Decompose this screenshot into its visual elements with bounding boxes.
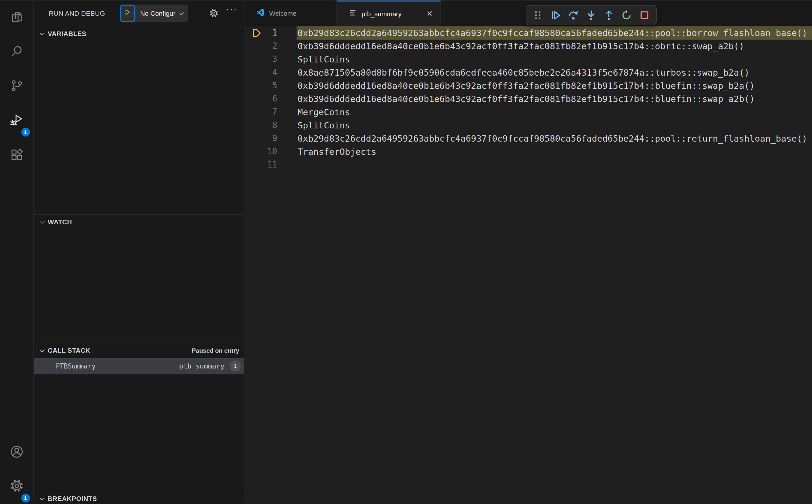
activity-item-explorer[interactable]: [0, 1, 33, 35]
call-stack-frames: PTBSummaryptb_summary1: [34, 358, 244, 374]
step-out-icon[interactable]: [601, 8, 617, 23]
activity-item-run-and-debug[interactable]: 1: [0, 104, 33, 139]
section-breakpoints[interactable]: BREAKPOINTS: [34, 491, 244, 504]
line-number: 11: [264, 158, 277, 172]
tab-label: Welcome: [269, 9, 296, 17]
step-over-icon[interactable]: [566, 8, 581, 23]
chevron-down-icon: [40, 347, 45, 352]
gutter[interactable]: [245, 132, 264, 145]
line-number: 3: [264, 53, 277, 66]
list-file-icon: [349, 9, 357, 19]
activity-item-settings[interactable]: 1: [0, 469, 33, 504]
line-number: 1: [264, 26, 277, 40]
line-text[interactable]: MergeCoins: [297, 106, 350, 119]
line-text[interactable]: 0xb29d83c26cdd2a64959263abbcfc4a6937f0c9…: [297, 132, 807, 145]
code-line[interactable]: 60xb39d6dddedd16ed8a40ce0b1e6b43c92acf0f…: [245, 92, 812, 106]
code-line[interactable]: 3SplitCoins: [245, 53, 812, 66]
code-line[interactable]: 50xb39d6dddedd16ed8a40ce0b1e6b43c92acf0f…: [245, 79, 812, 92]
line-number: 8: [264, 119, 277, 132]
debug-badge: 1: [21, 128, 30, 137]
restart-icon[interactable]: [619, 8, 634, 23]
tab-ptb-summary[interactable]: ptb_summary ✕: [337, 1, 441, 26]
code-line[interactable]: 20xb39d6dddedd16ed8a40ce0b1e6b43c92acf0f…: [245, 40, 812, 53]
activity-item-accounts[interactable]: [0, 436, 33, 469]
line-number: 10: [264, 145, 277, 158]
gutter[interactable]: [245, 40, 264, 53]
code-line[interactable]: 11: [245, 158, 812, 172]
chevron-down-icon: [40, 30, 45, 35]
chevron-down-icon: [40, 219, 45, 224]
settings-badge: 1: [21, 494, 30, 502]
gutter[interactable]: [245, 53, 264, 66]
tab-label: ptb_summary: [361, 10, 402, 18]
toolbar-drag-handle[interactable]: [530, 8, 546, 23]
sidebar-run-and-debug: RUN AND DEBUG No Configur: [34, 1, 244, 504]
gutter[interactable]: [245, 66, 264, 79]
debug-config-label: No Configur: [140, 9, 175, 17]
frame-badge: 1: [229, 360, 241, 372]
vscode-logo-icon: [256, 8, 264, 19]
code-line[interactable]: 7MergeCoins: [245, 106, 812, 119]
sidebar-title: RUN AND DEBUG: [49, 9, 105, 17]
section-watch[interactable]: WATCH: [34, 214, 244, 229]
tab-welcome[interactable]: Welcome: [245, 1, 337, 26]
chevron-down-icon: [40, 495, 45, 500]
debug-icon: [9, 113, 24, 129]
extensions-icon: [9, 148, 24, 164]
code-lines: 10xb29d83c26cdd2a64959263abbcfc4a6937f0c…: [245, 26, 812, 172]
activity-bar: 1: [0, 1, 34, 504]
chevron-down-icon: [179, 10, 184, 15]
debug-launch-control: No Configur: [120, 5, 189, 22]
configure-gear-icon[interactable]: [209, 8, 219, 20]
line-text[interactable]: 0xb39d6dddedd16ed8a40ce0b1e6b43c92acf0ff…: [297, 92, 755, 106]
code-line[interactable]: 8SplitCoins: [245, 119, 812, 132]
search-icon: [9, 44, 24, 60]
section-call-stack[interactable]: CALL STACK Paused on entry: [34, 343, 244, 358]
gutter[interactable]: [245, 106, 264, 119]
line-text[interactable]: 0xb39d6dddedd16ed8a40ce0b1e6b43c92acf0ff…: [297, 79, 755, 92]
debug-start-button[interactable]: [120, 5, 135, 22]
code-line[interactable]: 10xb29d83c26cdd2a64959263abbcfc4a6937f0c…: [245, 26, 812, 40]
frame-file: ptb_summary: [179, 362, 224, 370]
code-line[interactable]: 90xb29d83c26cdd2a64959263abbcfc4a6937f0c…: [245, 132, 812, 145]
frame-name: PTBSummary: [56, 362, 96, 370]
gutter[interactable]: [245, 92, 264, 106]
line-text[interactable]: 0x8ae871505a80d8bf6bf9c05906cda6edfeea46…: [297, 66, 750, 79]
gutter[interactable]: [245, 79, 264, 92]
section-variables[interactable]: VARIABLES: [34, 26, 244, 41]
line-text[interactable]: SplitCoins: [297, 119, 350, 132]
line-number: 9: [264, 132, 277, 145]
line-number: 6: [264, 92, 277, 106]
debug-config-dropdown[interactable]: No Configur: [135, 5, 189, 22]
code-line[interactable]: 10TransferObjects: [245, 145, 812, 158]
files-icon: [9, 10, 24, 26]
gutter[interactable]: [245, 119, 264, 132]
line-text[interactable]: 0xb39d6dddedd16ed8a40ce0b1e6b43c92acf0ff…: [297, 40, 744, 53]
play-icon: [124, 9, 131, 18]
line-number: 4: [264, 66, 277, 79]
sidebar-title-row: RUN AND DEBUG No Configur: [34, 1, 244, 26]
line-text[interactable]: 0xb29d83c26cdd2a64959263abbcfc4a6937f0c9…: [297, 26, 807, 40]
current-line-gutter-arrow[interactable]: [245, 26, 264, 40]
line-number: 2: [264, 40, 277, 53]
stop-icon[interactable]: [637, 8, 652, 23]
call-stack-status: Paused on entry: [192, 347, 239, 354]
activity-item-extensions[interactable]: [0, 139, 33, 173]
code-line[interactable]: 40x8ae871505a80d8bf6bf9c05906cda6edfeea4…: [245, 66, 812, 79]
account-icon: [9, 444, 24, 461]
gutter[interactable]: [245, 145, 264, 158]
gutter[interactable]: [245, 158, 264, 172]
line-text[interactable]: TransferObjects: [297, 145, 376, 158]
line-text[interactable]: SplitCoins: [297, 53, 350, 66]
more-actions-icon[interactable]: ···: [226, 4, 237, 15]
activity-item-source-control[interactable]: [0, 70, 33, 104]
source-control-icon: [9, 79, 24, 95]
step-into-icon[interactable]: [584, 8, 599, 23]
call-stack-frame[interactable]: PTBSummaryptb_summary1: [34, 358, 244, 374]
continue-icon[interactable]: [548, 8, 563, 23]
close-icon[interactable]: ✕: [424, 8, 435, 19]
line-number: 7: [264, 106, 277, 119]
gear-icon: [9, 478, 24, 495]
activity-item-search[interactable]: [0, 35, 33, 70]
debug-toolbar: [526, 5, 657, 25]
